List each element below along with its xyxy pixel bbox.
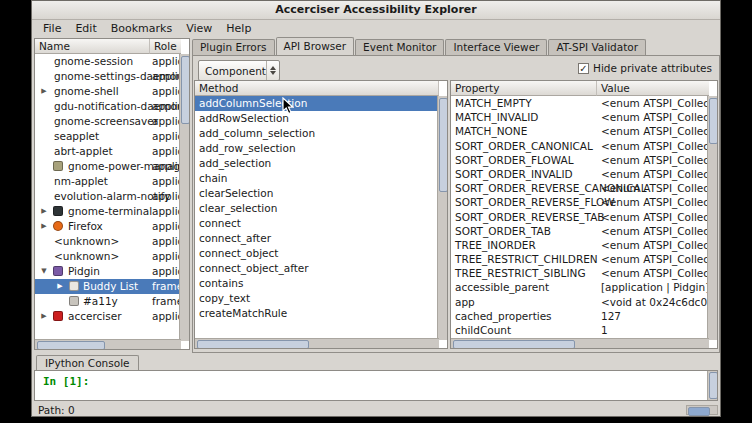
column-header-property[interactable]: Property [451,81,597,96]
tree-vscroll-thumb[interactable] [181,56,190,124]
property-row[interactable]: SORT_ORDER_TAB<enum ATSPI_Collection_S [451,224,709,238]
column-header-role[interactable]: Role [150,39,181,54]
property-row[interactable]: SORT_ORDER_INVALID<enum ATSPI_Collection… [451,167,709,181]
tree-row[interactable]: gnome-settings-daemonapplic... [35,69,181,84]
property-row[interactable]: TREE_RESTRICT_CHILDREN<enum ATSPI_Collec… [451,252,709,266]
property-row[interactable]: app<void at 0x24c6dc0> [451,295,709,309]
property-row[interactable]: SORT_ORDER_CANONICAL<enum ATSPI_Collecti… [451,139,709,153]
titlebar[interactable]: Accerciser Accessibility Explorer [32,1,720,20]
console-vscroll-thumb[interactable] [709,372,718,399]
expander-icon[interactable] [55,279,65,294]
status-scrollbar-thumb[interactable] [688,407,710,416]
method-row[interactable]: clearSelection [195,186,439,201]
property-row[interactable]: MATCH_INVALID<enum ATSPI_Collection_M [451,110,709,124]
tab-api-browser[interactable]: API Browser [276,37,355,55]
tree-row[interactable]: seappletapplic... [35,129,181,144]
method-row[interactable]: add_selection [195,156,439,171]
method-row[interactable]: add_row_selection [195,141,439,156]
method-row[interactable]: connect_after [195,231,439,246]
tree-row[interactable]: nm-appletapplic... [35,174,181,189]
column-header-method[interactable]: Method [195,81,439,96]
method-row[interactable]: createMatchRule [195,306,439,321]
ipython-console[interactable]: In [1]: [34,370,718,401]
property-row[interactable]: SORT_ORDER_REVERSE_TAB<enum ATSPI_Collec… [451,210,709,224]
method-row[interactable]: clear_selection [195,201,439,216]
expander-icon[interactable] [39,204,49,219]
tab-atspi-validator[interactable]: AT-SPI Validator [548,39,646,55]
gnome-terminal-icon [53,206,63,216]
property-row[interactable]: MATCH_EMPTY<enum ATSPI_Collection_M [451,96,709,110]
properties-pane: Property Value MATCH_EMPTY<enum ATSPI_Co… [450,80,718,349]
console-vertical-scrollbar[interactable] [707,371,717,400]
tree-row[interactable]: Pidginapplic... [35,264,181,279]
methods-vscroll-thumb[interactable] [439,98,448,192]
tree-row[interactable]: gdu-notification-daemonapplic... [35,99,181,114]
tree-row[interactable]: <unknown>applic... [35,249,181,264]
property-row[interactable]: SORT_ORDER_REVERSE_CANONICAL<enum ATSPI_… [451,181,709,195]
property-row[interactable]: cached_properties127 [451,309,709,323]
tree-row[interactable]: Firefoxapplic... [35,219,181,234]
tree-row[interactable]: gnome-screensaverapplic... [35,114,181,129]
tree-hscroll-thumb[interactable] [37,341,105,350]
notebook-tabs: Plugin Errors API Browser Event Monitor … [192,38,647,55]
tree-row[interactable]: gnome-shellapplic... [35,84,181,99]
method-row[interactable]: add_column_selection [195,126,439,141]
tree-row[interactable]: #a11yframe [35,294,181,309]
property-row[interactable]: TREE_INORDER<enum ATSPI_Collection_T [451,238,709,252]
tree-row[interactable]: accerciserapplic... [35,309,181,324]
method-row[interactable]: connect_object_after [195,261,439,276]
expander-icon[interactable] [39,309,49,324]
property-row[interactable]: accessible_parent[application | Pidgin] [451,280,709,294]
methods-vertical-scrollbar[interactable] [437,96,447,340]
tree-row[interactable]: <unknown>applic... [35,234,181,249]
column-header-name[interactable]: Name [35,39,150,54]
column-header-value[interactable]: Value [597,81,709,96]
tree-row[interactable]: evolution-alarm-notifyapplic... [35,189,181,204]
gnome-power-manager-icon [53,161,63,171]
property-row[interactable]: SORT_ORDER_FLOWAL<enum ATSPI_Collection_… [451,153,709,167]
expander-icon[interactable] [39,219,49,234]
method-row[interactable]: contains [195,276,439,291]
method-row[interactable]: addRowSelection [195,111,439,126]
spin-arrows-icon[interactable] [266,61,279,80]
property-row[interactable]: TREE_RESTRICT_SIBLING<enum ATSPI_Collect… [451,266,709,280]
tree-vertical-scrollbar[interactable] [179,54,189,341]
tab-plugin-errors[interactable]: Plugin Errors [192,39,275,55]
menu-help[interactable]: Help [219,20,258,37]
tree-row[interactable]: gnome-power-managerapplic... [35,159,181,174]
menu-edit[interactable]: Edit [68,20,103,37]
checkbox-checked-icon[interactable]: ✓ [578,63,589,74]
tree-horizontal-scrollbar[interactable] [35,339,181,349]
methods-horizontal-scrollbar[interactable] [195,338,439,348]
tree-row[interactable]: abrt-appletapplic... [35,144,181,159]
property-row[interactable]: MATCH_NONE<enum ATSPI_Collection_M [451,124,709,138]
hide-private-attributes[interactable]: ✓ Hide private attributes [578,62,712,74]
tree-row[interactable]: gnome-terminalapplic... [35,204,181,219]
property-row[interactable]: SORT_ORDER_REVERSE_FLOW<enum ATSPI_Colle… [451,195,709,209]
status-scrollbar[interactable] [686,405,718,415]
tab-ipython-console[interactable]: IPython Console [36,355,139,371]
method-row[interactable]: chain [195,171,439,186]
component-combobox[interactable]: Component [198,60,280,81]
methods-hscroll-thumb[interactable] [197,340,309,349]
method-row-selected[interactable]: addColumnSelection [195,96,439,111]
mouse-cursor [282,97,294,115]
firefox-icon [53,221,63,231]
properties-horizontal-scrollbar[interactable] [451,338,709,348]
property-row[interactable]: childCount1 [451,323,709,337]
menu-view[interactable]: View [179,20,219,37]
properties-vscroll-thumb[interactable] [709,98,718,144]
tree-row-selected[interactable]: Buddy Listframe [35,279,181,294]
properties-hscroll-thumb[interactable] [453,340,575,349]
tab-event-monitor[interactable]: Event Monitor [355,39,444,55]
method-row[interactable]: connect [195,216,439,231]
menu-bookmarks[interactable]: Bookmarks [104,20,179,37]
tree-row[interactable]: gnome-sessionapplic... [35,54,181,69]
method-row[interactable]: connect_object [195,246,439,261]
tab-interface-viewer[interactable]: Interface Viewer [445,39,547,55]
expander-icon[interactable] [39,264,49,279]
properties-vertical-scrollbar[interactable] [707,96,717,340]
expander-icon[interactable] [39,84,49,99]
method-row[interactable]: copy_text [195,291,439,306]
menu-file[interactable]: File [36,20,68,37]
